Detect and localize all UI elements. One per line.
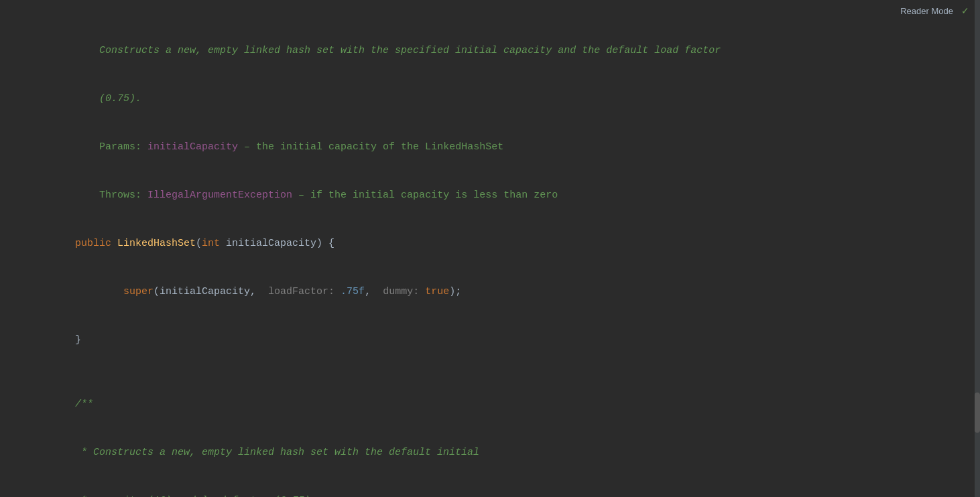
line: }: [0, 316, 980, 364]
line-content: (0.75).: [39, 75, 980, 123]
code-area: Constructs a new, empty linked hash set …: [0, 20, 980, 497]
line: public LinkedHashSet(int initialCapacity…: [0, 220, 980, 268]
line-content: Params: initialCapacity – the initial ca…: [39, 123, 980, 171]
scrollbar[interactable]: [975, 0, 980, 497]
line: [0, 364, 980, 380]
line: * capacity (16) and load factor (0.75).: [0, 477, 980, 497]
line: Throws: IllegalArgumentException – if th…: [0, 171, 980, 220]
line-content: [39, 364, 980, 380]
line-content: Throws: IllegalArgumentException – if th…: [39, 171, 980, 220]
line-content: public LinkedHashSet(int initialCapacity…: [39, 220, 980, 268]
scrollbar-thumb[interactable]: [975, 393, 980, 433]
line: * Constructs a new, empty linked hash se…: [0, 429, 980, 477]
line-content: * capacity (16) and load factor (0.75).: [39, 477, 980, 497]
line-content: * Constructs a new, empty linked hash se…: [39, 429, 980, 477]
reader-mode-checkmark: ✓: [961, 5, 969, 16]
line-content: /**: [39, 380, 980, 429]
reader-mode-label[interactable]: Reader Mode: [900, 6, 953, 16]
top-bar: Reader Mode ✓: [890, 0, 980, 21]
line: Params: initialCapacity – the initial ca…: [0, 123, 980, 171]
line: super(initialCapacity, loadFactor: .75f,…: [0, 268, 980, 316]
line-content: Constructs a new, empty linked hash set …: [39, 27, 980, 75]
line-content: }: [39, 316, 980, 364]
line-content: super(initialCapacity, loadFactor: .75f,…: [39, 268, 980, 316]
line: (0.75).: [0, 75, 980, 123]
line: Constructs a new, empty linked hash set …: [0, 27, 980, 75]
line: /**: [0, 380, 980, 429]
